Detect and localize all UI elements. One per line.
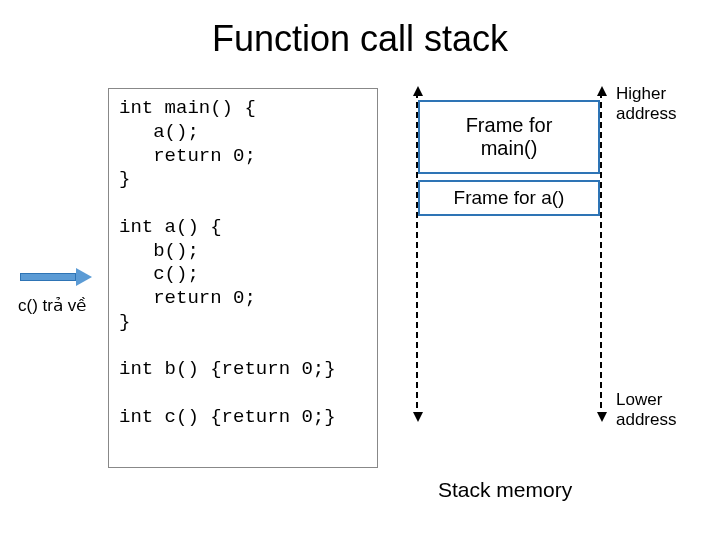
arrowhead-up-icon xyxy=(597,86,607,96)
lower-address-label: Loweraddress xyxy=(616,390,676,429)
stack-memory-region: Frame formain() Frame for a() xyxy=(416,92,602,418)
arrowhead-down-icon xyxy=(597,412,607,422)
arrowhead-down-icon xyxy=(413,412,423,422)
stack-frame-a: Frame for a() xyxy=(418,180,600,216)
return-arrow-icon xyxy=(20,270,92,284)
arrow-label: c() trả về xyxy=(18,295,86,316)
page-title: Function call stack xyxy=(0,18,720,60)
stack-caption: Stack memory xyxy=(438,478,572,502)
code-listing: int main() { a(); return 0; } int a() { … xyxy=(108,88,378,468)
arrowhead-up-icon xyxy=(413,86,423,96)
higher-address-label: Higheraddress xyxy=(616,84,676,123)
stack-frame-main: Frame formain() xyxy=(418,100,600,174)
